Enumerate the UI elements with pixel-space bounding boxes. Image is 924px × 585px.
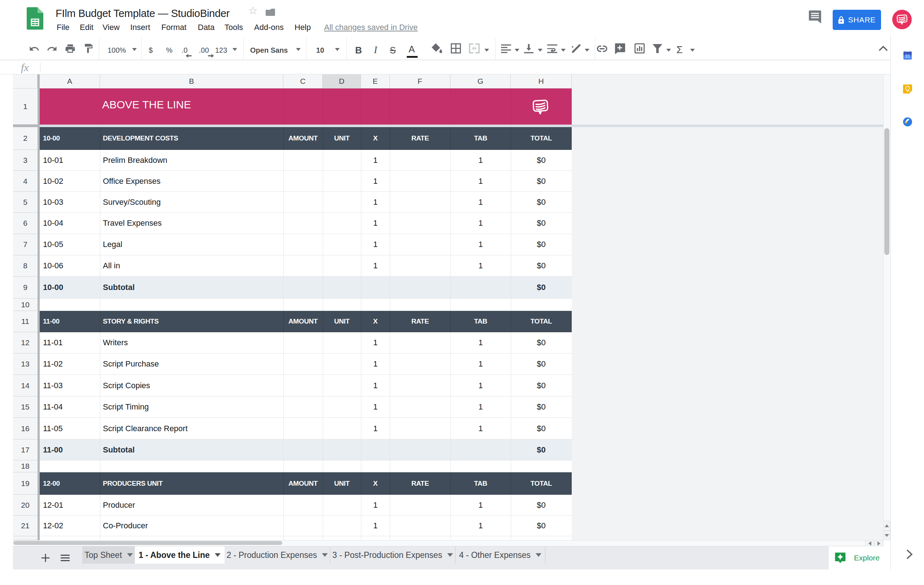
svg-text:31: 31 [905,53,910,59]
